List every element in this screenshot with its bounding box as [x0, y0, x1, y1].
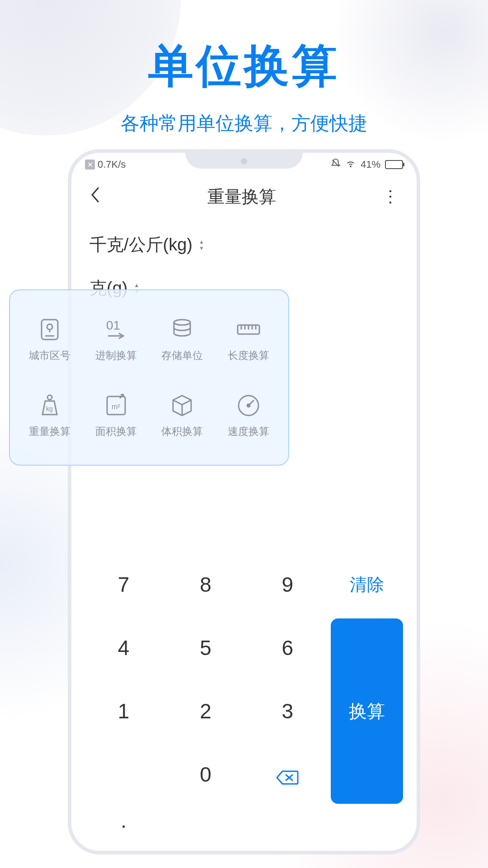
- svg-point-16: [47, 395, 52, 400]
- backspace-icon: [276, 766, 299, 783]
- key-7[interactable]: 7: [85, 555, 162, 614]
- category-overlay: 城市区号 01 进制换算 存储单位 长度换算 kg 重量换算 m² 面积换算 体…: [9, 289, 289, 466]
- battery-pct: 41%: [361, 159, 380, 170]
- ov-area-convert[interactable]: m² 面积换算: [85, 380, 147, 451]
- unit-from-label: 千克/公斤(kg): [89, 233, 192, 256]
- ov-storage-unit[interactable]: 存储单位: [151, 304, 213, 375]
- key-backspace[interactable]: [249, 745, 326, 804]
- svg-point-25: [247, 404, 250, 407]
- back-button[interactable]: [89, 186, 101, 208]
- ov-speed-convert[interactable]: 速度换算: [218, 380, 280, 451]
- ov-city-code[interactable]: 城市区号: [19, 304, 81, 375]
- svg-point-9: [174, 320, 190, 325]
- binary-icon: 01: [103, 317, 129, 342]
- ov-length-convert[interactable]: 长度换算: [218, 304, 280, 375]
- ov-radix-convert[interactable]: 01 进制换算: [85, 304, 147, 375]
- location-pin-icon: [37, 317, 62, 342]
- convert-button[interactable]: 换算: [331, 618, 403, 804]
- key-3[interactable]: 3: [249, 682, 326, 741]
- wifi-icon: [345, 158, 356, 171]
- ov-volume-convert[interactable]: 体积换算: [151, 380, 213, 451]
- ov-label: 速度换算: [228, 425, 269, 439]
- key-0[interactable]: 0: [167, 745, 244, 804]
- database-icon: [169, 317, 195, 342]
- ov-label: 重量换算: [29, 425, 70, 439]
- weight-icon: kg: [37, 393, 62, 418]
- net-speed: 0.7K/s: [98, 159, 126, 170]
- ov-label: 存储单位: [161, 349, 203, 363]
- ruler-icon: [236, 317, 261, 342]
- key-5[interactable]: 5: [167, 618, 244, 677]
- key-dot[interactable]: .: [85, 808, 162, 833]
- svg-text:kg: kg: [46, 405, 53, 412]
- ov-weight-convert[interactable]: kg 重量换算: [19, 380, 81, 451]
- app-bar: 重量换算 ⋮: [71, 172, 417, 217]
- sort-icon: ▲▼: [199, 239, 204, 251]
- key-clear[interactable]: 清除: [331, 555, 403, 614]
- phone-frame: ✕ 0.7K/s 41% 重量换算 ⋮ 千克/公斤(kg) ▲▼ 克(g) ▲▼: [68, 149, 420, 854]
- key-8[interactable]: 8: [167, 555, 244, 614]
- svg-point-5: [47, 324, 52, 330]
- svg-point-1: [350, 166, 351, 167]
- ov-label: 面积换算: [95, 425, 137, 439]
- key-9[interactable]: 9: [249, 555, 326, 614]
- ov-label: 城市区号: [29, 349, 70, 363]
- more-button[interactable]: ⋮: [382, 193, 399, 200]
- gauge-icon: [236, 393, 261, 418]
- ov-label: 进制换算: [95, 349, 137, 363]
- svg-text:m²: m²: [112, 403, 120, 410]
- key-6[interactable]: 6: [249, 618, 326, 677]
- promo-title: 单位换算: [0, 36, 488, 97]
- ov-label: 体积换算: [161, 425, 203, 439]
- phone-notch: [185, 153, 303, 169]
- keypad: 7 8 9 清除 4 5 6 换算 1 2 3 0 .: [71, 555, 417, 833]
- mute-icon: [331, 158, 341, 171]
- close-indicator-icon: ✕: [85, 160, 95, 170]
- svg-text:01: 01: [106, 318, 120, 332]
- ov-label: 长度换算: [228, 349, 269, 363]
- key-4[interactable]: 4: [85, 618, 162, 677]
- key-2[interactable]: 2: [167, 682, 244, 741]
- battery-icon: [385, 160, 403, 169]
- promo-subtitle: 各种常用单位换算，方便快捷: [0, 111, 488, 136]
- page-title: 重量换算: [207, 185, 276, 208]
- key-1[interactable]: 1: [85, 682, 162, 741]
- unit-from-selector[interactable]: 千克/公斤(kg) ▲▼: [71, 217, 417, 261]
- cube-icon: [169, 393, 195, 418]
- key-empty: [85, 745, 162, 804]
- area-icon: m²: [103, 393, 129, 418]
